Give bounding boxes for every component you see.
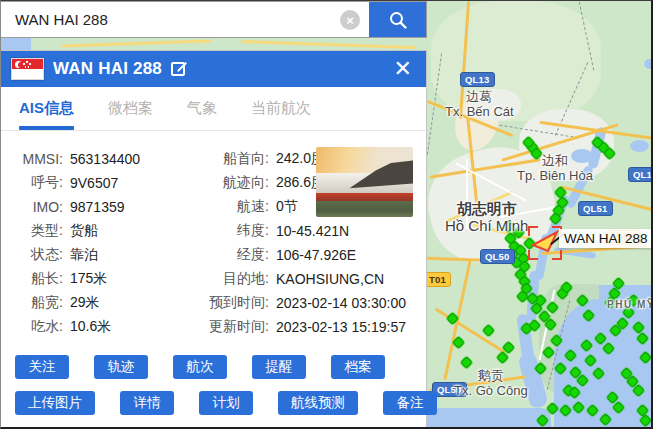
- ship-photo[interactable]: [316, 147, 413, 217]
- search-button[interactable]: [369, 2, 426, 37]
- field-draft: 吃水:10.6米: [9, 315, 140, 339]
- close-icon[interactable]: ✕: [390, 58, 416, 80]
- road: [241, 40, 416, 49]
- search-bar: ×: [1, 1, 427, 38]
- app-window: QL13QL1AQL51CT01QL50T01QL50边葛Tx. Bến Cát…: [0, 0, 653, 429]
- road-shield: QL50: [480, 249, 515, 264]
- details-button[interactable]: 详情: [120, 391, 174, 415]
- follow-button[interactable]: 关注: [15, 355, 69, 379]
- map-lake: [644, 59, 653, 69]
- map-lake: [630, 140, 649, 152]
- alert-button[interactable]: 提醒: [252, 355, 306, 379]
- archive-button[interactable]: 档案: [331, 355, 385, 379]
- road-shield: T01: [424, 272, 451, 287]
- ship-marker[interactable]: [530, 228, 560, 256]
- field-length: 船长:175米: [9, 267, 140, 291]
- vessel-marker[interactable]: [482, 324, 495, 337]
- road-shield: QL1A: [628, 167, 653, 182]
- map-river: [426, 408, 551, 429]
- tab-current-voyage[interactable]: 当前航次: [251, 87, 311, 130]
- tab-bar: AIS信息 微档案 气象 当前航次: [1, 87, 426, 131]
- place-label: 鹅贡Tx. Gò Công: [454, 368, 528, 398]
- voyage-button[interactable]: 航次: [173, 355, 227, 379]
- field-status: 状态:靠泊: [9, 243, 140, 267]
- field-update-time: 更新时间:2023-02-13 15:19:57: [151, 315, 406, 339]
- place-label: PHÚ MỸ: [607, 297, 653, 312]
- tab-ais-info[interactable]: AIS信息: [19, 87, 74, 130]
- vessel-marker[interactable]: [460, 356, 473, 369]
- panel-header: WAN HAI 288 ✕: [1, 51, 426, 87]
- tab-micro-archive[interactable]: 微档案: [108, 87, 153, 130]
- field-mmsi: MMSI:563134400: [9, 147, 140, 171]
- route-forecast-button[interactable]: 航线预测: [278, 391, 358, 415]
- place-label: 胡志明市Hồ Chí Minh: [445, 200, 528, 234]
- field-imo: IMO:9871359: [9, 195, 140, 219]
- road-shield: QL13: [460, 72, 495, 87]
- field-width: 船宽:29米: [9, 291, 140, 315]
- road: [61, 39, 211, 47]
- plan-button[interactable]: 计划: [199, 391, 253, 415]
- info-column-left: MMSI:563134400 呼号:9V6507 IMO:9871359 类型:…: [9, 147, 140, 339]
- ship-info-panel: WAN HAI 288 ✕ AIS信息 微档案 气象 当前航次 MMSI:563…: [1, 50, 427, 429]
- ship-map-label[interactable]: WAN HAI 288: [559, 229, 653, 248]
- field-eta: 预到时间:2023-02-14 03:30:00: [151, 291, 406, 315]
- edit-icon[interactable]: [171, 62, 185, 76]
- place-label: 边葛Tx. Bến Cát: [445, 89, 514, 119]
- singapore-flag-icon: [11, 58, 44, 80]
- road: [434, 308, 505, 354]
- clear-search-icon[interactable]: ×: [340, 10, 360, 30]
- tab-weather[interactable]: 气象: [187, 87, 217, 130]
- field-latitude: 纬度:10-45.421N: [151, 219, 406, 243]
- panel-title: WAN HAI 288: [53, 59, 162, 79]
- field-destination: 目的地:KAOHSIUNG,CN: [151, 267, 406, 291]
- map-lake: [1, 38, 31, 50]
- field-callsign: 呼号:9V6507: [9, 171, 140, 195]
- field-type: 类型:货船: [9, 219, 140, 243]
- field-longitude: 经度:106-47.926E: [151, 243, 406, 267]
- search-icon: [388, 10, 408, 30]
- upload-photo-button[interactable]: 上传图片: [15, 391, 95, 415]
- button-row-1: 关注 轨迹 航次 提醒 档案: [15, 355, 385, 379]
- road-shield: QL51: [578, 201, 613, 216]
- search-input[interactable]: [1, 2, 369, 37]
- place-label: 边和Tp. Biên Hòa: [517, 153, 593, 183]
- remark-button[interactable]: 备注: [383, 391, 437, 415]
- track-button[interactable]: 轨迹: [94, 355, 148, 379]
- button-row-2: 上传图片 详情 计划 航线预测 备注: [15, 391, 437, 415]
